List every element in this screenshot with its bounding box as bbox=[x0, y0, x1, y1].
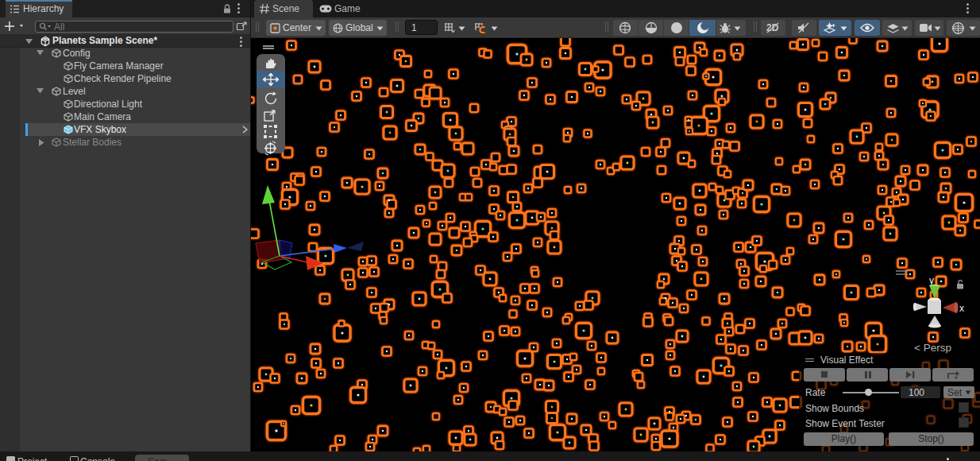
svg-text:x: x bbox=[959, 303, 964, 314]
svg-text:< Persp: < Persp bbox=[914, 342, 951, 354]
